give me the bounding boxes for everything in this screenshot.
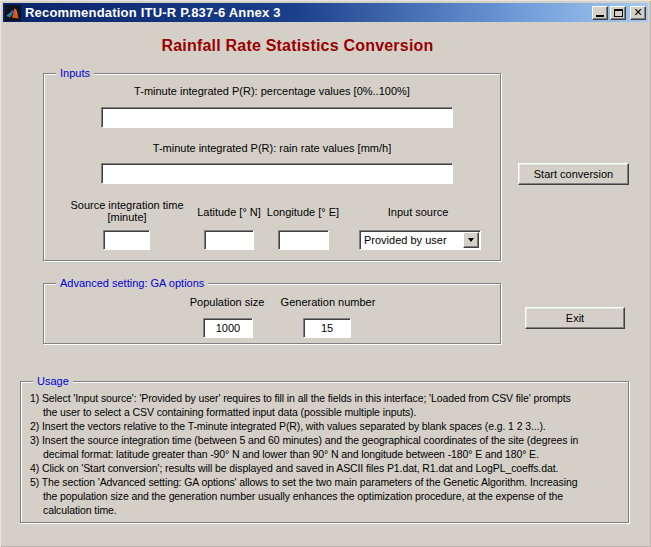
app-window: Recommendation ITU-R P.837-6 Annex 3 ✕ R… bbox=[0, 0, 651, 547]
maximize-icon bbox=[614, 9, 623, 17]
exit-button[interactable]: Exit bbox=[525, 307, 625, 329]
generation-number-input[interactable] bbox=[303, 318, 351, 338]
percentage-values-input[interactable] bbox=[101, 107, 453, 128]
rain-rate-values-input[interactable] bbox=[101, 163, 453, 184]
rain-rate-values-label: T-minute integrated P(R): rain rate valu… bbox=[44, 142, 500, 154]
usage-line: calculation time. bbox=[30, 503, 624, 517]
usage-line: 1) Select 'Input source': 'Provided by u… bbox=[30, 391, 624, 405]
usage-line: 5) The section 'Advanced setting: GA opt… bbox=[30, 475, 624, 489]
inputs-groupbox: Inputs T-minute integrated P(R): percent… bbox=[43, 73, 501, 261]
population-size-input[interactable] bbox=[203, 318, 253, 338]
start-conversion-button[interactable]: Start conversion bbox=[518, 163, 629, 185]
usage-line: 2) Insert the vectors relative to the T-… bbox=[30, 419, 624, 433]
usage-groupbox: Usage 1) Select 'Input source': 'Provide… bbox=[20, 381, 629, 523]
advanced-settings-groupbox: Advanced setting: GA options Population … bbox=[43, 283, 501, 344]
percentage-values-label: T-minute integrated P(R): percentage val… bbox=[44, 85, 500, 97]
usage-line: the population size and the generation n… bbox=[30, 489, 624, 503]
usage-group-label: Usage bbox=[33, 375, 73, 387]
close-button[interactable]: ✕ bbox=[630, 6, 646, 20]
title-bar[interactable]: Recommendation ITU-R P.837-6 Annex 3 ✕ bbox=[3, 3, 648, 22]
generation-number-label: Generation number bbox=[273, 296, 383, 308]
input-source-selected-value: Provided by user bbox=[360, 234, 463, 246]
chevron-down-icon bbox=[468, 238, 474, 242]
usage-line: 3) Insert the source integration time (b… bbox=[30, 433, 624, 447]
population-size-label: Population size bbox=[177, 296, 277, 308]
minimize-icon bbox=[596, 15, 604, 17]
advanced-settings-group-label: Advanced setting: GA options bbox=[56, 277, 208, 289]
inputs-group-label: Inputs bbox=[56, 67, 94, 79]
minimize-button[interactable] bbox=[592, 6, 608, 20]
matlab-logo-icon bbox=[5, 5, 21, 21]
usage-instructions: 1) Select 'Input source': 'Provided by u… bbox=[30, 391, 624, 520]
close-icon: ✕ bbox=[633, 7, 642, 18]
window-controls: ✕ bbox=[592, 6, 646, 20]
latitude-label: Latitude [° N] bbox=[189, 206, 269, 218]
input-source-label: Input source bbox=[368, 206, 468, 218]
source-integration-time-input[interactable] bbox=[103, 230, 150, 250]
usage-line: the user to select a CSV containing form… bbox=[30, 405, 624, 419]
dropdown-arrow-button[interactable] bbox=[463, 232, 479, 248]
page-title: Rainfall Rate Statistics Conversion bbox=[0, 37, 595, 55]
maximize-button[interactable] bbox=[610, 6, 626, 20]
source-integration-time-label: Source integration time [minute] bbox=[58, 199, 196, 223]
longitude-input[interactable] bbox=[278, 230, 329, 250]
usage-line: decimal format: latitude greater than -9… bbox=[30, 447, 624, 461]
usage-line: 4) Click on 'Start conversion'; results … bbox=[30, 461, 624, 475]
input-source-dropdown[interactable]: Provided by user bbox=[359, 230, 481, 250]
longitude-label: Longitude [° E] bbox=[258, 206, 348, 218]
window-title: Recommendation ITU-R P.837-6 Annex 3 bbox=[25, 5, 592, 20]
latitude-input[interactable] bbox=[204, 230, 254, 250]
